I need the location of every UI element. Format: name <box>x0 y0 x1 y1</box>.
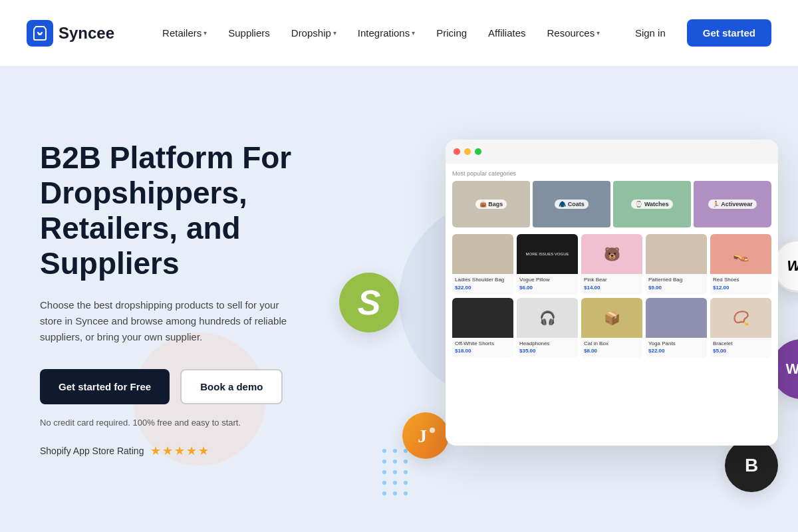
product-card: Off-White Shorts $18.00 <box>452 298 513 358</box>
product-card: 🐻 Pink Bear $14.00 <box>581 234 642 295</box>
product-card: 📦 Cat in Box $8.00 <box>581 298 642 358</box>
browser-dot-yellow <box>464 148 471 155</box>
nav-affiliates[interactable]: Affiliates <box>480 22 533 44</box>
star-3: ★ <box>174 444 185 458</box>
logo-text: Syncee <box>59 24 114 43</box>
svg-point-30 <box>382 449 386 453</box>
product-card: 👡 Red Shoes $12.00 <box>710 234 771 295</box>
main-nav: Retailers ▾ Suppliers Dropship ▾ Integra… <box>154 22 624 44</box>
star-2: ★ <box>162 444 173 458</box>
product-card: 🎧 Headphones $35.00 <box>517 298 578 358</box>
product-card: MORE ISSUES VOGUE Vogue Pillow $6.00 <box>517 234 578 295</box>
get-started-button[interactable]: Get started <box>687 19 771 47</box>
browser-mockup: Most popular categories 👜 Bags 🧥 Coats ⌚… <box>446 140 778 446</box>
bigcommerce-label: B <box>745 455 758 476</box>
bag-icon <box>32 25 48 41</box>
svg-point-41 <box>404 481 408 485</box>
svg-point-43 <box>393 491 397 495</box>
svg-point-44 <box>404 491 408 495</box>
nav-retailers[interactable]: Retailers ▾ <box>154 22 215 44</box>
nav-resources[interactable]: Resources ▾ <box>539 22 608 44</box>
hero-buttons: Get started for Free Book a demo <box>40 369 319 404</box>
svg-point-37 <box>393 470 397 474</box>
logo[interactable]: Syncee <box>27 20 114 47</box>
no-credit-text: No credit card required. 100% free and e… <box>40 418 319 428</box>
hero-section: B2B Platform For Dropshippers, Retailers… <box>0 66 798 532</box>
browser-dot-green <box>475 148 481 155</box>
hero-right: // dots 5x6 grid <box>299 86 798 532</box>
svg-point-34 <box>393 460 397 464</box>
svg-point-36 <box>382 470 386 474</box>
product-card: Yoga Pants $22.00 <box>646 298 707 358</box>
hero-title: B2B Platform For Dropshippers, Retailers… <box>40 140 319 281</box>
chevron-down-icon: ▾ <box>412 29 415 37</box>
nav-dropship[interactable]: Dropship ▾ <box>283 22 344 44</box>
bigcommerce-icon: B <box>725 439 778 492</box>
woo-label: Woo <box>785 360 798 378</box>
joomla-icon: J <box>402 412 449 459</box>
star-1: ★ <box>150 444 161 458</box>
svg-point-38 <box>404 470 408 474</box>
svg-point-39 <box>382 481 386 485</box>
section-label: Most popular categories <box>452 170 771 177</box>
logo-icon <box>27 20 53 47</box>
browser-bar <box>446 140 778 164</box>
shopify-s-letter: S <box>358 283 381 323</box>
svg-point-42 <box>382 491 386 495</box>
sign-in-button[interactable]: Sign in <box>624 22 676 44</box>
categories-row: 👜 Bags 🧥 Coats ⌚ Watches 🏃 Activewear <box>452 181 771 227</box>
star-5: ★ <box>198 444 209 458</box>
star-rating: ★ ★ ★ ★ ★ <box>150 444 209 458</box>
shopify-icon: S <box>339 273 399 332</box>
book-demo-button[interactable]: Book a demo <box>180 369 283 404</box>
star-4: ★ <box>186 444 197 458</box>
nav-pricing[interactable]: Pricing <box>428 22 475 44</box>
browser-dot-red <box>454 148 460 155</box>
product-card: Patterned Bag $9.00 <box>646 234 707 295</box>
svg-point-50 <box>430 428 435 433</box>
hero-description: Choose the best dropshipping products to… <box>40 297 293 345</box>
wix-label: Wix <box>787 257 798 275</box>
hero-left: B2B Platform For Dropshippers, Retailers… <box>0 100 319 498</box>
svg-point-33 <box>382 460 386 464</box>
chevron-down-icon: ▾ <box>333 29 336 37</box>
svg-point-40 <box>393 481 397 485</box>
rating-wrap: Shopify App Store Rating ★ ★ ★ ★ ★ <box>40 444 319 458</box>
header: Syncee Retailers ▾ Suppliers Dropship ▾ … <box>0 0 798 66</box>
svg-text:J: J <box>418 426 427 446</box>
browser-content: Most popular categories 👜 Bags 🧥 Coats ⌚… <box>446 164 778 446</box>
chevron-down-icon: ▾ <box>597 29 600 37</box>
nav-suppliers[interactable]: Suppliers <box>220 22 278 44</box>
nav-integrations[interactable]: Integrations ▾ <box>350 22 423 44</box>
header-actions: Sign in Get started <box>624 19 771 47</box>
chevron-down-icon: ▾ <box>203 29 207 37</box>
product-card: 📿 Bracelet $5.00 <box>710 298 771 358</box>
rating-label: Shopify App Store Rating <box>40 446 144 456</box>
get-started-free-button[interactable]: Get started for Free <box>40 369 170 404</box>
svg-point-31 <box>393 449 397 453</box>
product-card: Ladies Shoulder Bag $22.00 <box>452 234 513 295</box>
svg-point-35 <box>404 460 408 464</box>
